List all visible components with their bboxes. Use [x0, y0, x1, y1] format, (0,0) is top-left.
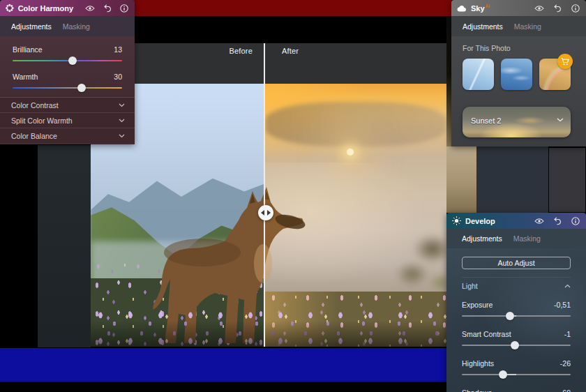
selected-sky-dropdown[interactable]: Sunset 2	[463, 107, 571, 137]
bottom-blue-strip	[0, 348, 446, 382]
panel-title: Color Harmony	[18, 4, 73, 13]
right-bordered-box	[548, 147, 586, 213]
left-gray-column	[38, 145, 91, 347]
highlights-slider[interactable]	[462, 369, 571, 379]
panel-title: Develop	[465, 217, 495, 225]
after-warm-tint	[265, 84, 446, 347]
sky-panel: SkyAI Adjustments Masking For This Photo	[451, 0, 586, 146]
tab-masking[interactable]: Masking	[514, 22, 541, 31]
cart-icon	[561, 58, 569, 66]
eye-icon[interactable]	[85, 3, 95, 13]
info-icon[interactable]	[120, 3, 129, 13]
section-color-contrast[interactable]: Color Contrast	[0, 98, 135, 113]
section-color-balance[interactable]: Color Balance	[0, 128, 135, 143]
eye-icon[interactable]	[534, 3, 544, 13]
chevron-down-icon	[119, 119, 125, 123]
eye-icon[interactable]	[534, 216, 544, 226]
color-harmony-sections: Color Contrast Split Color Warmth Color …	[0, 97, 135, 143]
slider-label: Shadows	[462, 389, 492, 392]
exposure-slider-thumb[interactable]	[506, 312, 514, 320]
warmth-slider-thumb[interactable]	[77, 84, 86, 92]
compare-divider[interactable]	[264, 43, 265, 347]
sky-thumbnail-2[interactable]	[501, 59, 532, 90]
brilliance-slider-thumb[interactable]	[68, 56, 77, 65]
smart-contrast-slider-row: Smart Contrast -1	[462, 329, 571, 350]
cart-badge[interactable]	[557, 54, 573, 69]
slider-label: Brilliance	[13, 45, 43, 54]
after-label: After	[282, 47, 324, 56]
develop-panel: Develop Adjustments Masking Auto Adjust …	[446, 213, 586, 392]
compare-slider-handle[interactable]	[258, 205, 273, 220]
brilliance-slider[interactable]	[13, 55, 122, 66]
for-this-photo-label: For This Photo	[463, 44, 571, 52]
sun-icon	[452, 216, 461, 225]
panel-title: SkyAI	[471, 3, 490, 13]
section-split-color-warmth[interactable]: Split Color Warmth	[0, 113, 135, 128]
sky-body: For This Photo Sunset 2	[451, 36, 586, 146]
tab-adjustments[interactable]: Adjustments	[462, 234, 502, 243]
top-red-strip	[129, 0, 451, 16]
info-icon[interactable]	[570, 216, 580, 226]
highlights-slider-row: Highlights -26	[462, 359, 571, 379]
selected-sky-label: Sunset 2	[471, 116, 501, 125]
slider-value: -0,51	[554, 301, 571, 309]
slider-value: 69	[562, 389, 571, 392]
chevron-down-icon	[119, 103, 125, 107]
brilliance-slider-row: Brilliance 13	[13, 45, 122, 66]
background-photo-sliver	[446, 146, 476, 213]
undo-icon[interactable]	[552, 3, 562, 13]
slider-label: Exposure	[462, 301, 493, 309]
info-icon[interactable]	[570, 3, 580, 13]
color-harmony-body: Brilliance 13 Warmth 30	[0, 36, 135, 97]
slider-label: Warmth	[13, 73, 38, 81]
exposure-slider[interactable]	[462, 310, 571, 321]
tab-masking[interactable]: Masking	[63, 22, 90, 31]
slider-value: 13	[114, 45, 122, 54]
tab-adjustments[interactable]: Adjustments	[11, 22, 52, 31]
undo-icon[interactable]	[103, 3, 112, 13]
develop-header: Develop	[446, 213, 586, 229]
right-edge-sliver	[446, 16, 451, 146]
sky-thumbnail-row	[463, 59, 571, 90]
sky-thumbnail-1[interactable]	[463, 59, 494, 90]
right-slate-region	[476, 146, 548, 213]
sky-tabbar: Adjustments Masking	[451, 16, 586, 36]
slider-value: 30	[114, 73, 122, 81]
chevron-down-icon	[119, 134, 125, 138]
smart-contrast-slider[interactable]	[462, 340, 571, 350]
exposure-slider-row: Exposure -0,51	[462, 300, 571, 321]
color-harmony-header: Color Harmony	[0, 0, 135, 16]
highlights-slider-thumb[interactable]	[499, 370, 507, 379]
color-harmony-icon	[6, 3, 14, 13]
foreground-flowers	[91, 310, 446, 347]
cloud-icon	[457, 5, 467, 12]
color-harmony-tabbar: Adjustments Masking	[0, 16, 135, 36]
shadows-slider-row: Shadows 69	[462, 388, 571, 392]
tab-masking[interactable]: Masking	[513, 234, 541, 243]
letterbox-bar	[91, 43, 446, 84]
smart-contrast-slider-thumb[interactable]	[511, 341, 519, 349]
slider-label: Smart Contrast	[462, 330, 511, 338]
before-label: Before	[211, 47, 253, 56]
left-right-arrows-icon	[261, 210, 271, 216]
app-canvas: Before After Color Harmony	[0, 0, 586, 392]
develop-tabbar: Adjustments Masking	[446, 229, 586, 248]
before-after-viewport: Before After	[91, 43, 446, 347]
light-section-header[interactable]: Light	[462, 277, 571, 294]
warmth-slider-row: Warmth 30	[13, 72, 122, 93]
warmth-slider[interactable]	[13, 82, 122, 93]
tab-adjustments[interactable]: Adjustments	[463, 22, 503, 31]
slider-value: -1	[564, 330, 571, 338]
chevron-down-icon	[557, 118, 564, 122]
color-harmony-panel: Color Harmony Adjustments Masking Brilli…	[0, 0, 135, 144]
auto-adjust-button[interactable]: Auto Adjust	[462, 257, 571, 269]
undo-icon[interactable]	[552, 216, 562, 226]
slider-label: Highlights	[462, 359, 494, 368]
develop-body: Auto Adjust Light Exposure -0,51 Smart C…	[446, 248, 586, 392]
sky-header: SkyAI	[451, 0, 586, 16]
ai-badge: AI	[486, 3, 490, 8]
chevron-up-icon	[564, 284, 571, 288]
slider-value: -26	[560, 359, 571, 368]
